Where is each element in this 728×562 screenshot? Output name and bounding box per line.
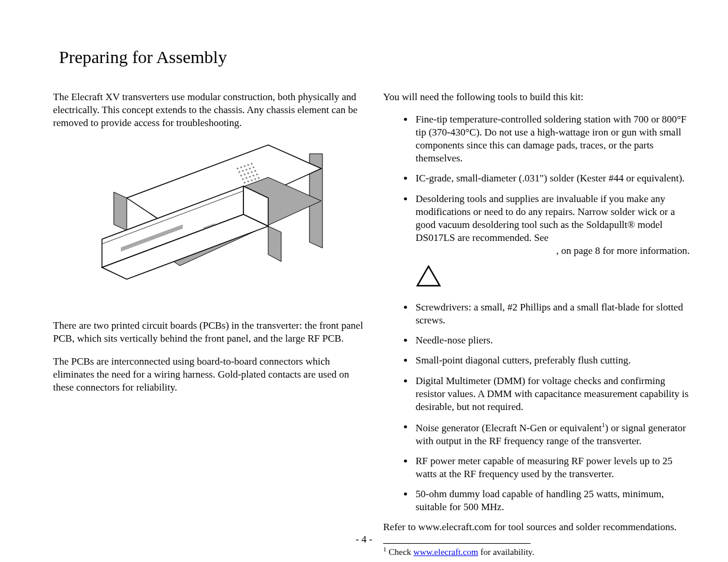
svg-point-15 bbox=[251, 171, 253, 173]
document-page: Preparing for Assembly The Elecraft XV t… bbox=[0, 0, 728, 562]
page-number: - 4 - bbox=[0, 534, 728, 546]
two-column-layout: The Elecraft XV transverters use modular… bbox=[53, 91, 699, 558]
list-item: Screwdrivers: a small, #2 Phillips and a… bbox=[383, 301, 696, 327]
svg-point-21 bbox=[256, 174, 258, 176]
list-item: 50-ohm dummy load capable of handling 25… bbox=[383, 488, 696, 514]
svg-point-24 bbox=[251, 180, 253, 181]
svg-point-8 bbox=[242, 170, 244, 172]
list-item-text: Noise generator (Elecraft N-Gen or equiv… bbox=[416, 422, 602, 433]
svg-point-13 bbox=[244, 174, 246, 176]
svg-marker-38 bbox=[417, 266, 440, 286]
list-item: Digital Multimeter (DMM) for voltage che… bbox=[383, 375, 696, 414]
tools-list-2: Screwdrivers: a small, #2 Phillips and a… bbox=[383, 301, 696, 514]
svg-point-18 bbox=[246, 177, 248, 179]
svg-marker-36 bbox=[268, 226, 281, 262]
paragraph: The Elecraft XV transverters use modular… bbox=[53, 91, 365, 130]
list-item-text: RF power meter capable of measuring RF p… bbox=[416, 455, 673, 480]
svg-point-12 bbox=[241, 175, 242, 177]
right-column: You will need the following tools to bui… bbox=[383, 91, 696, 558]
footnote-text: Check bbox=[387, 547, 414, 557]
svg-point-5 bbox=[248, 164, 249, 166]
list-item-text: Digital Multimeter (DMM) for voltage che… bbox=[416, 375, 689, 412]
svg-point-6 bbox=[251, 163, 253, 165]
svg-point-14 bbox=[248, 173, 249, 174]
svg-point-25 bbox=[255, 178, 256, 180]
svg-point-22 bbox=[244, 182, 246, 184]
paragraph: The PCBs are interconnected using board-… bbox=[53, 355, 365, 394]
svg-point-20 bbox=[253, 175, 255, 177]
list-item-text: Small-point diagonal cutters, preferably… bbox=[416, 355, 631, 366]
list-item-text: Screwdrivers: a small, #2 Phillips and a… bbox=[416, 302, 683, 326]
footnote-text: for availability. bbox=[478, 547, 534, 557]
paragraph: There are two printed circuit boards (PC… bbox=[53, 319, 365, 345]
left-column: The Elecraft XV transverters use modular… bbox=[53, 91, 365, 558]
svg-point-17 bbox=[242, 178, 244, 180]
see-page-ref: , on page 8 for more information. bbox=[556, 245, 690, 256]
page-title: Preparing for Assembly bbox=[59, 47, 699, 67]
list-item-text: Desoldering tools and supplies are inval… bbox=[416, 193, 675, 243]
footnote: 1 Check www.elecraft.com for availabilit… bbox=[383, 545, 696, 558]
list-item-text: Needle-nose pliers. bbox=[416, 335, 493, 346]
svg-point-7 bbox=[239, 171, 241, 173]
svg-point-26 bbox=[258, 177, 260, 179]
svg-marker-27 bbox=[114, 192, 127, 230]
chassis-diagram bbox=[91, 139, 327, 296]
svg-point-16 bbox=[255, 170, 256, 172]
svg-point-11 bbox=[253, 167, 255, 168]
tools-list-1: Fine-tip temperature-controlled solderin… bbox=[383, 113, 696, 257]
svg-point-9 bbox=[246, 169, 248, 171]
list-item: Needle-nose pliers. bbox=[383, 334, 696, 347]
list-item: IC-grade, small-diameter (.031") solder … bbox=[383, 172, 696, 185]
tools-intro: You will need the following tools to bui… bbox=[383, 91, 696, 104]
svg-point-4 bbox=[244, 166, 246, 167]
list-item-text: 50-ohm dummy load capable of handling 25… bbox=[416, 488, 664, 513]
list-item: RF power meter capable of measuring RF p… bbox=[383, 455, 696, 481]
svg-point-10 bbox=[249, 168, 251, 170]
refer-paragraph: Refer to www.elecraft.com for tool sourc… bbox=[383, 521, 696, 534]
list-item: Fine-tip temperature-controlled solderin… bbox=[383, 113, 696, 165]
list-item: Small-point diagonal cutters, preferably… bbox=[383, 354, 696, 367]
svg-point-2 bbox=[237, 168, 239, 170]
list-item: Noise generator (Elecraft N-Gen or equiv… bbox=[383, 421, 696, 448]
footnote-link[interactable]: www.elecraft.com bbox=[413, 547, 478, 557]
list-item-text: Fine-tip temperature-controlled solderin… bbox=[416, 114, 687, 164]
caution-triangle-icon bbox=[416, 265, 696, 292]
svg-point-23 bbox=[248, 181, 249, 183]
list-item-text: IC-grade, small-diameter (.031") solder … bbox=[416, 173, 684, 184]
svg-point-19 bbox=[249, 176, 251, 178]
list-item: Desoldering tools and supplies are inval… bbox=[383, 193, 696, 257]
svg-point-3 bbox=[241, 167, 242, 168]
